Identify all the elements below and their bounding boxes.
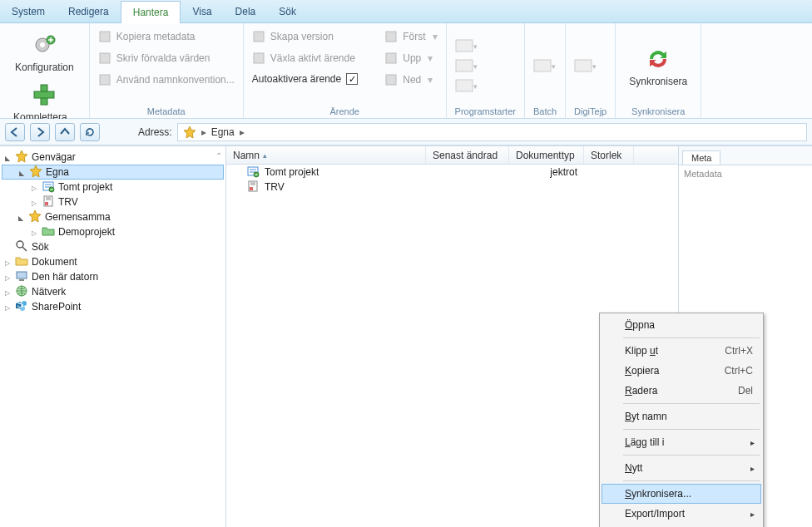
ribbon-placeholder-icon[interactable]: ▾: [455, 39, 478, 54]
svg-rect-6: [100, 53, 110, 63]
tree-item-genv-gar[interactable]: Genvägar: [2, 150, 224, 165]
search-icon: [15, 239, 28, 255]
column-storlek[interactable]: Storlek: [584, 146, 634, 164]
address-box[interactable]: ▸ Egna ▸: [177, 123, 807, 141]
svg-rect-4: [34, 91, 54, 98]
menu-visa[interactable]: Visa: [181, 0, 223, 22]
folder-icon: [15, 254, 28, 270]
checkbox-icon[interactable]: [346, 73, 358, 85]
nav-back-button[interactable]: [5, 123, 25, 141]
ribbon-placeholder-icon[interactable]: ▾: [455, 59, 478, 74]
expand-icon[interactable]: [3, 271, 12, 283]
expand-icon[interactable]: [3, 301, 12, 313]
expand-icon[interactable]: [30, 196, 38, 208]
computer-icon: [15, 269, 28, 285]
tab-meta[interactable]: Meta: [682, 150, 720, 165]
svg-rect-34: [250, 187, 253, 190]
ctx-leveranskontroll[interactable]: Leveranskontroll: [602, 524, 761, 527]
expand-icon[interactable]: [3, 256, 12, 268]
cell-name: Tomt projekt: [265, 166, 319, 178]
ctx--ppna[interactable]: Öppna: [602, 315, 761, 335]
breadcrumb-sep-icon: ▸: [240, 126, 245, 138]
svg-rect-17: [575, 60, 592, 71]
ribbon-placeholder-icon[interactable]: ▾: [455, 79, 478, 94]
expand-icon[interactable]: [17, 211, 25, 223]
column-senast-ndrad[interactable]: Senast ändrad: [426, 146, 509, 164]
ctx-export-import[interactable]: Export/Import: [602, 504, 761, 524]
menu-system[interactable]: System: [0, 0, 57, 22]
ctx-byt-namn[interactable]: Byt namn: [602, 406, 761, 426]
ctx-radera[interactable]: RaderaDel: [602, 381, 761, 401]
ctx-synkronisera-[interactable]: Synkronisera...: [602, 484, 761, 504]
expand-icon[interactable]: [30, 181, 38, 193]
tree-item-s-k[interactable]: Sök: [2, 239, 224, 254]
ribbon-autoaktivera-rende-toggle[interactable]: Autoaktivera ärende: [252, 71, 358, 86]
ribbon-f-rst-button[interactable]: Först▾: [384, 28, 437, 45]
tree-item-trv[interactable]: TRV: [2, 195, 224, 209]
menu-redigera[interactable]: Redigera: [57, 0, 121, 22]
address-label: Adress:: [138, 126, 172, 138]
ribbon-upp-button[interactable]: Upp▾: [384, 50, 437, 66]
svg-rect-24: [19, 279, 24, 281]
ribbon-group-title: Metadata: [98, 105, 235, 116]
tree-item-label: Sök: [32, 241, 49, 253]
tree-pane: ⌃ GenvägarEgnaTomt projektTRVGemensammaD…: [0, 146, 226, 527]
tree-item-label: Egna: [46, 166, 69, 178]
ctx-l-gg-till-i[interactable]: Lägg till i: [602, 432, 761, 452]
svg-rect-12: [386, 75, 396, 85]
tree-item-egna[interactable]: Egna: [2, 165, 224, 180]
tree-item-tomt-projekt[interactable]: Tomt projekt: [2, 180, 224, 195]
ribbon-konfiguration-button[interactable]: Konfiguration: [8, 28, 81, 76]
ctx-label: Nytt: [625, 462, 642, 474]
ctx-label: Kopiera: [625, 365, 659, 377]
column-namn[interactable]: Namn: [226, 146, 426, 164]
svg-rect-8: [254, 32, 264, 42]
ribbon-v-xla-aktivt-rende-button[interactable]: Växla aktivt ärende: [252, 50, 358, 66]
meta-tabs: Meta: [679, 146, 812, 165]
expand-icon[interactable]: [17, 166, 26, 178]
folder-green-icon: [42, 224, 55, 240]
menu-separator: [623, 337, 760, 338]
ribbon-placeholder-icon[interactable]: ▾: [574, 59, 597, 74]
ribbon-group-title: DigiTejp: [574, 105, 607, 116]
ribbon-skapa-version-button[interactable]: Skapa version: [252, 28, 358, 45]
tree-item-sharepoint[interactable]: SSharePoint: [2, 299, 224, 314]
ribbon-ned-button[interactable]: Ned▾: [384, 71, 437, 88]
svg-rect-5: [100, 32, 110, 42]
ctx-kopiera[interactable]: KopieraCtrl+C: [602, 361, 761, 381]
ctx-nytt[interactable]: Nytt: [602, 458, 761, 478]
tree-item-demoprojekt[interactable]: Demoprojekt: [2, 224, 224, 239]
tree-item-label: Den här datorn: [32, 271, 98, 283]
scroll-indicator-icon: ⌃: [215, 151, 222, 160]
list-row[interactable]: Tomt projektjektrot: [226, 165, 678, 180]
ribbon-group-title: Ärende: [252, 105, 438, 116]
ctx-klipp-ut[interactable]: Klipp utCtrl+X: [602, 341, 761, 361]
menu-separator: [623, 403, 760, 404]
tree-item-dokument[interactable]: Dokument: [2, 254, 224, 269]
tree-item-den-h-r-datorn[interactable]: Den här datorn: [2, 269, 224, 284]
ribbon-placeholder-icon[interactable]: ▾: [533, 59, 556, 74]
list-pane: NamnSenast ändradDokumenttypStorlek Tomt…: [226, 146, 679, 527]
ribbon-anv-nd-namnkonvention--button[interactable]: Använd namnkonvention...: [98, 71, 235, 88]
list-row[interactable]: TRV: [226, 180, 678, 195]
ctx-label: Export/Import: [625, 508, 685, 520]
nav-forward-button[interactable]: [30, 123, 50, 141]
expand-icon[interactable]: [30, 226, 38, 238]
tree-item-label: SharePoint: [32, 301, 81, 313]
menu-hantera[interactable]: Hantera: [121, 1, 181, 23]
expand-icon[interactable]: [3, 286, 12, 298]
tree-item-n-tverk[interactable]: Nätverk: [2, 284, 224, 299]
ribbon-skriv-f-rvalda-v-rden-button[interactable]: Skriv förvalda värden: [98, 50, 235, 66]
ribbon-synkronisera-button[interactable]: Synkronisera: [624, 28, 692, 105]
nav-refresh-button[interactable]: [80, 123, 100, 141]
nav-up-button[interactable]: [55, 123, 75, 141]
proj-icon: [246, 165, 260, 180]
tree-item-gemensamma[interactable]: Gemensamma: [2, 209, 224, 224]
breadcrumb-item[interactable]: Egna: [211, 126, 235, 138]
svg-rect-15: [456, 80, 473, 91]
column-dokumenttyp[interactable]: Dokumenttyp: [509, 146, 584, 164]
menu-dela[interactable]: Dela: [224, 0, 268, 22]
ribbon-kopiera-metadata-button[interactable]: Kopiera metadata: [98, 28, 235, 45]
menu-sök[interactable]: Sök: [267, 0, 308, 22]
expand-icon[interactable]: [3, 151, 12, 163]
